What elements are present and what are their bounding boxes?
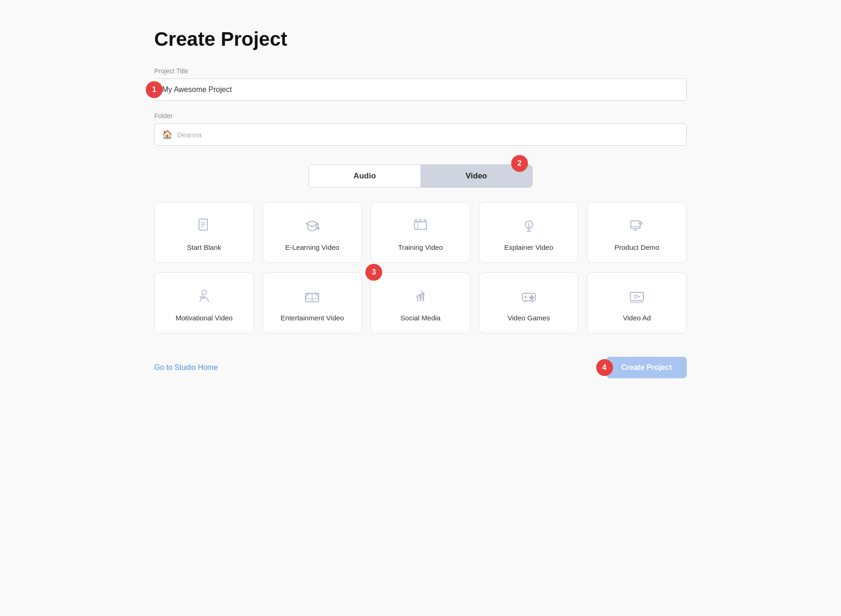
explainer-icon xyxy=(520,217,538,235)
step-2-badge: 2 xyxy=(511,155,528,172)
card-explainer-label: Explainer Video xyxy=(504,243,553,251)
svg-rect-6 xyxy=(414,222,427,229)
motivational-icon xyxy=(195,288,213,305)
svg-point-18 xyxy=(528,226,529,227)
create-project-button[interactable]: Create Project xyxy=(606,357,687,378)
card-motivational-video[interactable]: Motivational Video xyxy=(154,272,254,333)
card-start-blank-label: Start Blank xyxy=(187,243,221,251)
entertainment-icon xyxy=(303,288,321,305)
cards-row-2-wrapper: 3 Motivational Video xyxy=(154,272,687,333)
folder-label: Folder xyxy=(154,112,687,120)
footer-row: Go to Studio Home 4 Create Project xyxy=(154,357,687,378)
card-social-label: Social Media xyxy=(400,314,441,322)
tab-audio[interactable]: Audio xyxy=(309,165,420,187)
card-start-blank[interactable]: Start Blank xyxy=(154,202,254,263)
card-social-media[interactable]: Social Media xyxy=(371,272,470,333)
folder-input[interactable]: 🏠 Deanna xyxy=(154,123,687,146)
step-4-badge: 4 xyxy=(596,359,613,376)
card-product-demo[interactable]: Product Demo xyxy=(587,202,687,263)
svg-rect-38 xyxy=(630,292,643,301)
card-games-label: Video Games xyxy=(507,314,550,322)
card-elearning-video[interactable]: E-Learning Video xyxy=(263,202,363,263)
card-entertainment-video[interactable]: Entertainment Video xyxy=(263,272,363,333)
svg-point-35 xyxy=(531,298,532,300)
card-training-label: Training Video xyxy=(398,243,443,251)
svg-point-33 xyxy=(532,297,534,298)
svg-point-24 xyxy=(202,290,207,295)
product-icon xyxy=(628,217,646,235)
social-icon xyxy=(412,288,429,305)
page-title: Create Project xyxy=(154,28,687,50)
training-icon xyxy=(412,217,429,235)
tabs-section: 2 Audio Video xyxy=(154,164,687,188)
card-motivational-label: Motivational Video xyxy=(176,314,233,322)
ad-icon xyxy=(628,288,646,305)
svg-rect-19 xyxy=(631,221,640,228)
svg-point-34 xyxy=(529,297,531,298)
card-video-games[interactable]: Video Games xyxy=(479,272,579,333)
step-3-badge: 3 xyxy=(365,264,382,281)
go-home-link[interactable]: Go to Studio Home xyxy=(154,363,218,372)
cards-row-1: Start Blank E-Learning Video xyxy=(154,202,687,263)
svg-point-8 xyxy=(414,219,417,222)
svg-marker-39 xyxy=(635,295,640,298)
folder-value: Deanna xyxy=(177,131,202,139)
card-elearning-label: E-Learning Video xyxy=(285,243,340,251)
project-title-label: Project Title xyxy=(154,67,687,75)
card-product-label: Product Demo xyxy=(614,243,659,251)
project-title-input[interactable] xyxy=(154,78,687,101)
card-explainer-video[interactable]: Explainer Video xyxy=(479,202,579,263)
svg-point-5 xyxy=(317,227,319,229)
cards-row-2: Motivational Video Entertainment Video xyxy=(154,272,687,333)
card-video-ad[interactable]: Video Ad xyxy=(587,272,687,333)
card-training-video[interactable]: Training Video xyxy=(371,202,470,263)
card-entertainment-label: Entertainment Video xyxy=(281,314,344,322)
elearning-icon xyxy=(303,217,321,235)
tabs-container: Audio Video xyxy=(308,164,533,188)
blank-icon xyxy=(195,217,213,235)
svg-point-9 xyxy=(419,219,421,222)
home-icon: 🏠 xyxy=(162,129,172,140)
games-icon xyxy=(520,288,538,305)
card-ad-label: Video Ad xyxy=(623,314,651,322)
svg-point-32 xyxy=(531,296,532,297)
svg-point-10 xyxy=(424,219,426,222)
create-btn-wrapper: 4 Create Project xyxy=(606,357,687,378)
step-1-badge: 1 xyxy=(146,81,163,98)
